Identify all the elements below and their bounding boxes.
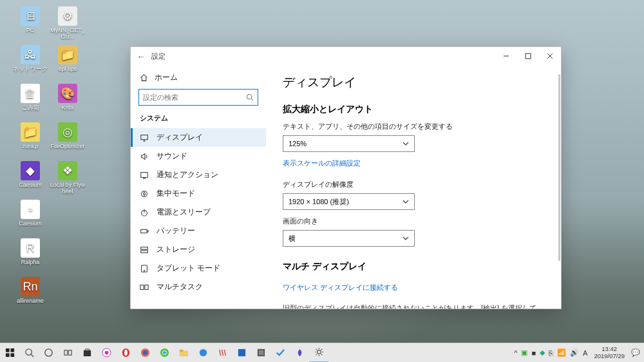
title-bar: ← 設定	[131, 47, 561, 65]
taskbar-app-misc3[interactable]	[251, 343, 270, 363]
settings-search[interactable]	[138, 89, 258, 106]
svg-rect-6	[141, 229, 147, 233]
icon-label: Caesium	[12, 182, 49, 189]
desktop[interactable]: 🖥PC⚙MyNN_GET_GU...🖧ネットワーク📁epl tips🗑ごみ箱🎨K…	[0, 0, 644, 362]
taskbar-app-chrome[interactable]	[155, 343, 174, 363]
svg-point-11	[144, 270, 144, 271]
icon-label: Caesium	[12, 221, 49, 227]
desktop-icon[interactable]: 📁zura.p	[12, 122, 49, 150]
desktop-icon[interactable]: 🎨Krita	[49, 84, 86, 111]
desktop-icon[interactable]: 🖥PC	[12, 6, 49, 34]
sidebar-item-label: バッテリー	[156, 226, 195, 236]
minimize-button[interactable]	[495, 47, 517, 65]
sidebar-item-label: ストレージ	[156, 245, 195, 254]
taskbar-app-settings[interactable]	[309, 343, 328, 363]
desktop-icon[interactable]: ❖Local by Flywheel	[49, 161, 86, 195]
sidebar-item-label: マルチタスク	[156, 282, 203, 292]
cortana-button[interactable]	[39, 343, 58, 363]
sidebar-item-focus[interactable]: 集中モード	[131, 184, 266, 203]
task-view-button[interactable]	[58, 343, 77, 363]
sidebar-item-power[interactable]: 電源とスリープ	[131, 203, 266, 222]
desktop-icon[interactable]: ◎FileOptimizer	[49, 122, 86, 150]
taskbar-app-thunderbird[interactable]	[193, 343, 213, 363]
sidebar-item-notify[interactable]: 通知とアクション	[131, 166, 266, 184]
home-icon	[140, 73, 148, 82]
taskbar-app-firefox[interactable]	[135, 343, 155, 363]
sidebar-item-multitask[interactable]: マルチタスク	[131, 278, 266, 296]
desktop-icon[interactable]: 🖧ネットワーク	[12, 45, 49, 73]
icon-label: MyNN_GET_GU...	[49, 28, 86, 41]
sidebar-item-display[interactable]: ディスプレイ	[131, 128, 266, 147]
tray-icon[interactable]: ▣	[521, 348, 527, 357]
desktop-icon[interactable]: RRalpha	[12, 238, 49, 266]
taskbar: ^ ▣ ■ ◆ ⎘ 📶 🔊 A 13:42 2019/07/29 💬	[0, 343, 644, 362]
app-icon: ▫	[21, 200, 40, 219]
sidebar-item-tablet[interactable]: タブレット モード	[131, 259, 266, 278]
tray-icon[interactable]: ⎘	[549, 349, 553, 357]
tray-overflow-icon[interactable]: ^	[514, 349, 517, 357]
volume-icon[interactable]: 🔊	[570, 348, 579, 357]
app-icon: 🖥	[21, 6, 40, 26]
svg-rect-2	[141, 135, 148, 139]
chevron-down-icon	[402, 140, 409, 147]
taskbar-app-misc2[interactable]	[232, 343, 251, 363]
sidebar-item-storage[interactable]: ストレージ	[131, 240, 266, 259]
tray-icon[interactable]: ◆	[540, 348, 545, 357]
power-icon	[140, 208, 149, 217]
icon-label: epl tips	[49, 66, 86, 73]
svg-point-34	[199, 349, 206, 356]
app-icon: Rn	[21, 277, 40, 296]
svg-rect-8	[141, 247, 148, 249]
action-center-icon[interactable]: 💬	[631, 348, 640, 357]
svg-point-18	[25, 349, 31, 355]
sidebar-item-label: ディスプレイ	[156, 133, 203, 142]
taskbar-app-misc1[interactable]	[213, 343, 232, 363]
page-title: ディスプレイ	[283, 74, 543, 91]
taskbar-app-opera[interactable]	[116, 343, 135, 363]
scale-select[interactable]: 125%	[283, 135, 415, 152]
close-button[interactable]	[539, 47, 561, 65]
desktop-icon[interactable]: ▫Caesium	[12, 200, 49, 227]
sidebar-item-sound[interactable]: サウンド	[131, 147, 266, 166]
maximize-button[interactable]	[517, 47, 539, 65]
network-icon[interactable]: 📶	[557, 348, 566, 357]
taskbar-app-misc4[interactable]	[290, 343, 309, 363]
sidebar-item-battery[interactable]: バッテリー	[131, 222, 266, 240]
desktop-icon[interactable]: Rnallirename	[12, 277, 49, 305]
desktop-icon[interactable]: 🗑ごみ箱	[12, 84, 49, 111]
orientation-select[interactable]: 横	[283, 230, 415, 247]
taskbar-app-store[interactable]	[77, 343, 97, 363]
home-button[interactable]: ホーム	[131, 70, 266, 89]
desktop-icon[interactable]: 📁epl tips	[49, 45, 86, 73]
multi-display-note: 旧型のディスプレイは自動的に接続されないことがあります。[検出] を選択して接続…	[283, 303, 543, 309]
settings-content[interactable]: ディスプレイ 拡大縮小とレイアウト テキスト、アプリ、その他の項目のサイズを変更…	[266, 65, 561, 309]
wireless-display-link[interactable]: ワイヤレス ディスプレイに接続する	[283, 283, 398, 292]
app-icon: 🖧	[21, 45, 40, 64]
taskbar-clock[interactable]: 13:42 2019/07/29	[591, 346, 627, 360]
app-icon: ⚙	[58, 6, 77, 26]
svg-rect-37	[258, 350, 263, 356]
scale-advanced-link[interactable]: 表示スケールの詳細設定	[283, 158, 361, 168]
scrollbar-thumb[interactable]	[558, 74, 560, 261]
ime-icon[interactable]: A	[583, 349, 587, 357]
taskbar-app-explorer[interactable]	[174, 343, 193, 363]
tray-icon[interactable]: ■	[531, 349, 536, 357]
svg-point-38	[317, 350, 321, 354]
svg-rect-15	[10, 348, 14, 352]
desktop-icon[interactable]: ⚙MyNN_GET_GU...	[49, 6, 86, 41]
taskbar-app-todo[interactable]	[270, 343, 290, 363]
taskbar-app-itunes[interactable]	[97, 343, 116, 363]
svg-rect-13	[145, 285, 148, 289]
resolution-select[interactable]: 1920 × 1080 (推奨)	[283, 193, 415, 210]
search-button[interactable]	[19, 343, 39, 363]
settings-sidebar: ホーム システム ディスプレイサウンド通知とアクション集中モード電源とスリープバ…	[131, 65, 266, 309]
back-button[interactable]: ←	[131, 52, 151, 61]
search-input[interactable]	[143, 93, 246, 101]
start-button[interactable]	[0, 343, 19, 363]
svg-rect-3	[141, 172, 148, 177]
resolution-label: ディスプレイの解像度	[283, 180, 543, 189]
icon-label: PC	[12, 28, 49, 34]
app-icon: ◎	[58, 122, 77, 142]
sidebar-item-label: 電源とスリープ	[156, 207, 211, 217]
desktop-icon[interactable]: ◆Caesium	[12, 161, 49, 189]
